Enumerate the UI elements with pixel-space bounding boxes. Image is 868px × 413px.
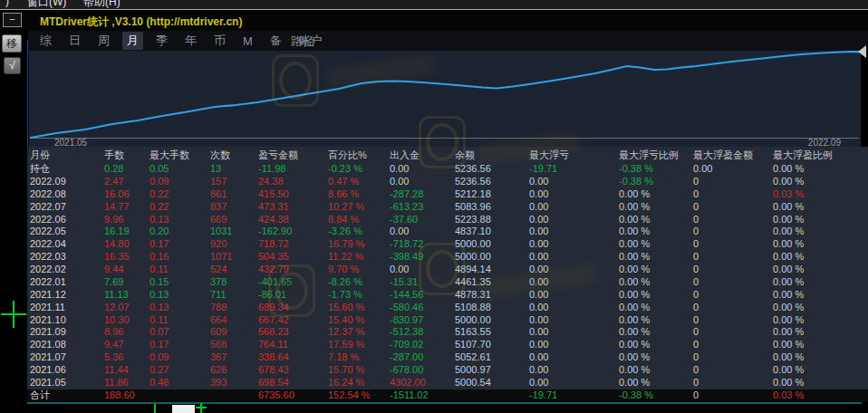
table-row[interactable]: 2022.069.960.13669424.388.84 %-37.605223… [27, 214, 868, 226]
tab-币[interactable]: 币 [209, 32, 230, 50]
column-header[interactable]: 最大浮亏 [529, 147, 619, 163]
table-row[interactable]: 2022.029.440.11524432.799.70 %0.004894.1… [27, 264, 868, 276]
cell: 0 [693, 314, 773, 327]
cell: 0.00 % [619, 226, 693, 238]
table-row[interactable]: 2021.075.360.09367338.647.18 %-287.00505… [27, 351, 868, 364]
table-row[interactable]: 2021.0611.440.27626678.4315.70 %-678.005… [27, 364, 868, 377]
cell: 0.20 [149, 226, 210, 238]
tab-path[interactable]: 路径 [291, 34, 314, 50]
column-header[interactable]: 最大浮盈比例 [773, 147, 868, 163]
table-row[interactable]: 2021.1010.300.11664667.4215.40 %-830.975… [27, 314, 868, 327]
cell: 393 [210, 377, 258, 389]
cell: 8.96 [104, 326, 149, 339]
cell: 837 [210, 201, 258, 214]
cell: 11.86 [104, 377, 149, 389]
table-row[interactable]: 持仓0.280.0513-11.98-0.23 %0.005236.56-19.… [27, 163, 868, 176]
table-row[interactable]: 2022.0316.350.161071504.3511.22 %-398.49… [27, 251, 868, 264]
table-row[interactable]: 2021.098.960.07609568.2312.37 %-512.3851… [27, 326, 868, 339]
cell: 16.19 [104, 226, 149, 238]
table-row[interactable]: 2022.017.690.15378-401.65-8.26 %-15.3144… [27, 276, 868, 289]
cell: 0.00 [529, 289, 619, 302]
cell: 0.00 % [773, 377, 868, 389]
cell: 0 [693, 326, 773, 339]
minimize-button[interactable]: − [3, 13, 22, 27]
cell: 16.06 [104, 188, 149, 201]
tab-日[interactable]: 日 [64, 32, 85, 50]
cell: 0.00 % [773, 276, 868, 289]
tab-备[interactable]: 备 [265, 32, 286, 50]
cell: 0.00 [529, 176, 619, 188]
equity-chart[interactable]: 2021.05 2022.09 [29, 51, 861, 148]
menu-item[interactable]: ) [5, 0, 9, 7]
cell: -613.23 [390, 201, 455, 214]
table-row[interactable]: 2022.0714.770.22837473.3110.27 %-613.235… [27, 201, 868, 214]
move-button[interactable]: 移 [2, 34, 22, 53]
column-header[interactable]: 盈亏金额 [258, 147, 328, 163]
cell: -287.28 [390, 188, 455, 201]
table-row[interactable]: 2021.089.470.17568764.1117.59 %-709.0251… [27, 339, 868, 351]
cell: 0 [693, 276, 773, 289]
cell: 0.11 [149, 314, 210, 327]
cell: 15.70 % [328, 364, 390, 377]
cell: -678.00 [390, 364, 455, 377]
pane-resize-arrow-icon[interactable] [858, 45, 866, 58]
cell: 0.05 [149, 163, 210, 176]
cell: 0.27 [149, 364, 210, 377]
table-row[interactable]: 2021.0511.860.46393698.5416.24 %4302.005… [27, 377, 868, 389]
cell: 2022.03 [30, 251, 104, 264]
cell: 678.43 [258, 364, 328, 377]
column-header[interactable]: 余额 [455, 147, 529, 163]
table-row[interactable]: 2021.1211.130.13711-86.01-1.73 %-144.564… [27, 289, 868, 302]
equity-chart-canvas [29, 51, 861, 148]
tab-月[interactable]: 月 [122, 32, 143, 50]
cell: 13 [210, 163, 258, 176]
horizontal-scrollbar-thumb[interactable] [172, 405, 195, 413]
cell [149, 389, 210, 401]
cell: -709.02 [390, 339, 455, 351]
column-header[interactable]: 百分比% [328, 147, 390, 163]
tab-综[interactable]: 综 [35, 32, 56, 50]
table-rows: 持仓0.280.0513-11.98-0.23 %0.005236.56-19.… [27, 163, 868, 389]
column-header[interactable]: 次数 [210, 147, 258, 163]
table-row[interactable]: 2021.1112.070.13788689.3415.60 %-580.465… [27, 302, 868, 314]
menu-item[interactable]: 帮助(H) [83, 0, 121, 10]
tab-年[interactable]: 年 [180, 32, 201, 50]
cell: 2022.09 [30, 176, 104, 188]
cell: -718.72 [390, 238, 455, 251]
cell: 16.35 [104, 251, 149, 264]
check-button[interactable]: √ [4, 57, 21, 74]
tab-季[interactable]: 季 [151, 32, 172, 50]
title-bar: MTDriver统计 ,V3.10 (http://mtdriver.cn) [0, 11, 868, 31]
tab-周[interactable]: 周 [93, 32, 114, 50]
cell: 0.03 % [773, 188, 868, 201]
column-header[interactable]: 月份 [30, 147, 104, 163]
cell: 11.22 % [328, 251, 390, 264]
column-header[interactable]: 最大浮盈金额 [693, 147, 773, 163]
column-header[interactable]: 出入金 [390, 147, 455, 163]
table-row[interactable]: 2022.0414.800.17920718.7216.79 %-718.725… [27, 238, 868, 251]
column-header[interactable]: 最大浮亏比例 [619, 147, 693, 163]
cell: -398.49 [390, 251, 455, 264]
cell: 0.00 % [619, 314, 693, 327]
cell: 0.00 % [773, 264, 868, 276]
cell: 0 [693, 377, 773, 389]
period-tabs: 综日周月季年币M备账户 [35, 31, 327, 51]
cell: -3.26 % [328, 226, 390, 238]
table-row[interactable]: 2022.092.470.0915724.380.47 %0.005236.56… [27, 176, 868, 188]
cell: 0.00 [529, 364, 619, 377]
menu-item[interactable]: 窗口(W) [27, 0, 66, 10]
cell: 0.00 % [619, 326, 693, 339]
table-row[interactable]: 2022.0516.190.201031-162.90-3.26 %0.0048… [27, 226, 868, 238]
column-header[interactable]: 最大手数 [149, 147, 210, 163]
cell: 2021.07 [30, 351, 104, 364]
cell: 4837.10 [455, 226, 529, 238]
tab-M[interactable]: M [238, 34, 257, 49]
column-header[interactable]: 手数 [104, 147, 149, 163]
cell: 2021.10 [30, 314, 104, 327]
cell: 5163.55 [455, 326, 529, 339]
cell: 0.00 [529, 264, 619, 276]
cell: 14.80 [104, 238, 149, 251]
cell: -512.38 [390, 326, 455, 339]
table-row[interactable]: 2022.0816.060.22861415.508.66 %-287.2852… [27, 188, 868, 201]
cell: 0.00 % [619, 238, 693, 251]
